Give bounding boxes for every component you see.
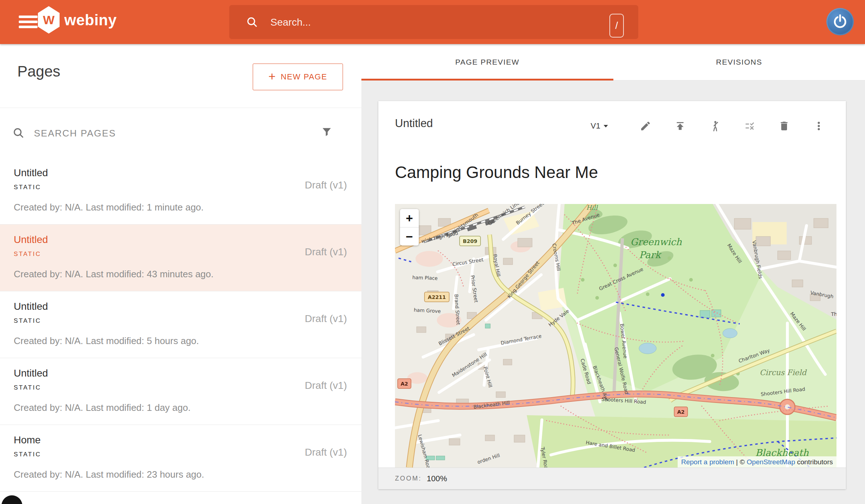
search-shortcut-badge: / (609, 14, 624, 38)
brand-wordmark: webiny (64, 12, 117, 29)
road-shield-label: B209 (463, 238, 477, 244)
search-icon (12, 127, 25, 140)
webiny-logo-icon[interactable]: W (38, 6, 60, 34)
status-badge: Draft (v1) (305, 313, 347, 325)
page-preview-card: Untitled V1 (378, 101, 846, 489)
status-badge: Draft (v1) (305, 246, 347, 258)
new-page-button[interactable]: + NEW PAGE (253, 64, 343, 90)
webiny-admin-screen: W webiny / Pages + NEW PAGE (0, 0, 865, 504)
zoom-value: 100% (427, 474, 447, 483)
status-badge: Draft (v1) (305, 380, 347, 391)
plus-icon: + (269, 69, 276, 83)
road-shield-label: A2 (401, 381, 408, 387)
map-zoom-control: + − (400, 209, 419, 246)
zoom-label: ZOOM: (395, 475, 422, 482)
chevron-down-icon (603, 124, 608, 128)
map-label: Greenwich (630, 236, 682, 247)
submit-review-button[interactable] (708, 119, 722, 133)
version-dropdown[interactable]: V1 (591, 121, 608, 131)
page-list-item[interactable]: Untitled STATIC Draft (v1) Created by: N… (0, 291, 361, 358)
map-attribution: Report a problem | © OpenStreetMap contr… (678, 456, 836, 468)
page-list-item[interactable]: Untitled STATIC Draft (v1) Created by: N… (0, 358, 361, 425)
top-app-bar: W webiny / (0, 0, 865, 44)
report-problem-link[interactable]: Report a problem (681, 458, 734, 466)
status-badge: Draft (v1) (305, 447, 347, 458)
openstreetmap-link[interactable]: OpenStreetMap (747, 458, 795, 466)
preview-card-footer: ZOOM: 100% (378, 468, 846, 489)
hamburger-menu-icon[interactable] (19, 16, 38, 29)
status-badge: Draft (v1) (305, 179, 347, 191)
page-rules-button[interactable] (743, 119, 756, 133)
pages-list-panel: Pages + NEW PAGE Untitled STATIC Draft (… (0, 44, 362, 504)
page-list-item[interactable]: Untitled STATIC Draft (v1) Created by: N… (0, 158, 361, 225)
map-zoom-in-button[interactable]: + (400, 209, 419, 227)
openstreetmap-embed[interactable]: B209A2211A2A2 StraightsmouthGreenwich Li… (395, 204, 836, 468)
global-search[interactable]: / (229, 5, 638, 39)
search-pages-input[interactable] (33, 108, 302, 158)
preview-card-header: Untitled V1 (378, 101, 846, 151)
page-actions: V1 (591, 101, 826, 151)
map-label: Hill (586, 204, 598, 211)
map-image: B209A2211A2A2 StraightsmouthGreenwich Li… (395, 204, 836, 468)
tab-page-preview[interactable]: PAGE PREVIEW (361, 44, 613, 80)
page-details-panel: PAGE PREVIEW REVISIONS Untitled V1 (361, 44, 865, 504)
more-options-button[interactable] (812, 119, 826, 133)
map-label: Circus Field (760, 368, 807, 377)
delete-page-button[interactable] (777, 119, 791, 133)
map-label: The (831, 311, 836, 317)
publish-page-button[interactable] (673, 119, 687, 133)
tab-revisions[interactable]: REVISIONS (613, 44, 865, 80)
preview-card-body: Camping Grounds Near Me (378, 151, 846, 468)
search-pages-row (0, 108, 361, 158)
edit-page-button[interactable] (639, 119, 652, 133)
road-shield-label: A2 (677, 409, 685, 415)
map-location-dot (661, 293, 665, 297)
filter-icon[interactable] (321, 126, 333, 140)
map-label: ham Place (412, 274, 438, 281)
search-icon (246, 16, 258, 30)
page-title: Pages (17, 63, 60, 80)
page-list-item[interactable]: Untitled STATIC Draft (v1) Created by: N… (0, 225, 361, 291)
page-name: Untitled (395, 117, 433, 130)
page-content-title: Camping Grounds Near Me (395, 162, 598, 182)
pages-header: Pages + NEW PAGE (0, 44, 361, 108)
details-tabbar: PAGE PREVIEW REVISIONS (361, 44, 865, 81)
road-shield-label: A2211 (428, 294, 446, 300)
global-search-input[interactable] (270, 5, 589, 40)
page-list: Untitled STATIC Draft (v1) Created by: N… (0, 158, 361, 504)
svg-text:W: W (43, 13, 55, 27)
user-avatar[interactable] (826, 8, 854, 35)
page-list-item[interactable]: Home STATIC Draft (v1) Created by: N/A. … (0, 425, 361, 492)
map-label: Park (639, 249, 662, 260)
map-zoom-out-button[interactable]: − (400, 227, 419, 246)
